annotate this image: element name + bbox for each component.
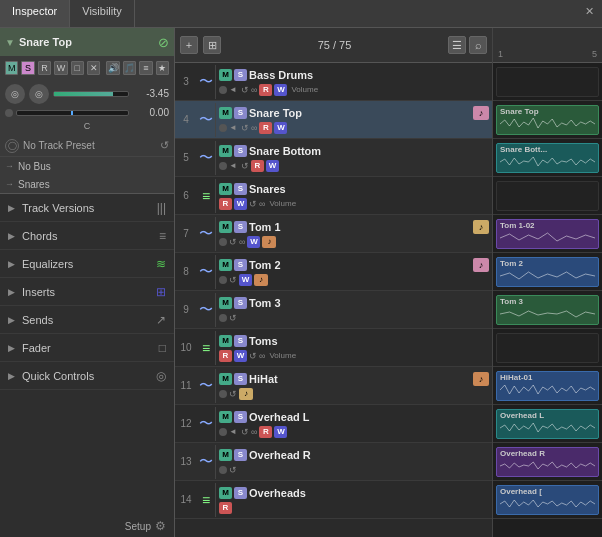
arrange-block[interactable]: Tom 3: [496, 295, 599, 325]
mute-button[interactable]: M: [219, 107, 232, 119]
arrange-block[interactable]: Snare Bott...: [496, 143, 599, 173]
tab-inspector[interactable]: Inspector: [0, 0, 70, 27]
link-icon[interactable]: ∞: [259, 351, 265, 361]
table-row[interactable]: 3 〜 M S Bass Drums ◄ ↺ ∞ R: [175, 63, 492, 101]
solo-button[interactable]: S: [234, 259, 247, 271]
headphone-icon[interactable]: 🎵: [123, 61, 136, 75]
table-row[interactable]: 8 〜 M S Tom 2 ♪ ↺ W ♪: [175, 253, 492, 291]
read-button[interactable]: R: [251, 160, 264, 172]
play-icon[interactable]: ◄: [229, 123, 239, 133]
solo-button[interactable]: S: [234, 221, 247, 233]
table-row[interactable]: 9 〜 M S Tom 3 ↺: [175, 291, 492, 329]
mute-button[interactable]: M: [219, 183, 232, 195]
section-inserts[interactable]: ▶ Inserts ⊞: [0, 278, 174, 306]
read-button[interactable]: R: [259, 84, 272, 96]
close-icon[interactable]: ✕: [577, 0, 602, 27]
mute-button[interactable]: M: [219, 69, 232, 81]
link-icon[interactable]: ∞: [251, 85, 257, 95]
mute-button[interactable]: M: [219, 259, 232, 271]
write-button[interactable]: W: [274, 122, 287, 134]
tab-visibility[interactable]: Visibility: [70, 0, 135, 27]
mute-button[interactable]: M: [5, 61, 18, 75]
link-icon[interactable]: ∞: [251, 427, 257, 437]
gear-icon[interactable]: ⚙: [155, 519, 166, 533]
write-button[interactable]: W: [274, 426, 287, 438]
arrange-block[interactable]: Overhead [: [496, 485, 599, 515]
loop-icon[interactable]: ↺: [229, 389, 237, 399]
write-button[interactable]: W: [54, 61, 67, 75]
table-row[interactable]: 13 〜 M S Overhead R ↺: [175, 443, 492, 481]
track-collapse-arrow[interactable]: ▼: [5, 37, 15, 48]
loop-icon[interactable]: ↺: [249, 199, 257, 209]
write-button[interactable]: W: [239, 274, 252, 286]
mute-button[interactable]: M: [219, 145, 232, 157]
pan-left-icon[interactable]: [5, 109, 13, 117]
mute-button[interactable]: M: [219, 297, 232, 309]
link-icon[interactable]: ∞: [239, 237, 245, 247]
loop-icon[interactable]: ↺: [229, 465, 237, 475]
write-button[interactable]: W: [266, 160, 279, 172]
pan-knob[interactable]: ◎: [5, 84, 25, 104]
loop-icon[interactable]: ↺: [241, 123, 249, 133]
read-button[interactable]: R: [38, 61, 51, 75]
record-button[interactable]: ✕: [87, 61, 100, 75]
arrange-block[interactable]: HiHat-01: [496, 371, 599, 401]
track-bypass-icon[interactable]: ⊘: [158, 35, 169, 50]
solo-button[interactable]: S: [21, 61, 34, 75]
volume-knob[interactable]: ◎: [29, 84, 49, 104]
mute-button[interactable]: M: [219, 221, 232, 233]
section-fader[interactable]: ▶ Fader □: [0, 334, 174, 362]
table-row[interactable]: 5 〜 M S Snare Bottom ◄ ↺ R: [175, 139, 492, 177]
mute-button[interactable]: M: [219, 411, 232, 423]
loop-icon[interactable]: ↺: [229, 237, 237, 247]
refresh-icon[interactable]: ↺: [160, 139, 169, 152]
solo-button[interactable]: S: [234, 411, 247, 423]
loop-icon[interactable]: ↺: [229, 313, 237, 323]
read-button[interactable]: R: [219, 502, 232, 514]
arrange-block[interactable]: Tom 2: [496, 257, 599, 287]
read-button[interactable]: R: [259, 122, 272, 134]
solo-button[interactable]: S: [234, 373, 247, 385]
mute-button[interactable]: M: [219, 449, 232, 461]
mute-button[interactable]: M: [219, 373, 232, 385]
read-button[interactable]: R: [259, 426, 272, 438]
arrange-block[interactable]: Tom 1-02: [496, 219, 599, 249]
play-icon[interactable]: ◄: [229, 161, 239, 171]
link-icon[interactable]: ∞: [259, 199, 265, 209]
solo-button[interactable]: S: [234, 335, 247, 347]
write-button[interactable]: W: [234, 350, 247, 362]
arrange-block[interactable]: Snare Top: [496, 105, 599, 135]
solo-button[interactable]: S: [234, 69, 247, 81]
table-row[interactable]: 4 〜 M S Snare Top ♪ ◄ ↺ ∞: [175, 101, 492, 139]
section-chords[interactable]: ▶ Chords ≡: [0, 222, 174, 250]
loop-icon[interactable]: ↺: [229, 275, 237, 285]
solo-button[interactable]: S: [234, 449, 247, 461]
section-track-versions[interactable]: ▶ Track Versions |||: [0, 194, 174, 222]
loop-icon[interactable]: ↺: [241, 161, 249, 171]
play-icon[interactable]: ◄: [229, 85, 239, 95]
add-track-button[interactable]: +: [180, 36, 198, 54]
link-icon[interactable]: ∞: [251, 123, 257, 133]
section-quick-controls[interactable]: ▶ Quick Controls ◎: [0, 362, 174, 390]
list-view-button[interactable]: ☰: [448, 36, 466, 54]
monitor-button[interactable]: □: [71, 61, 84, 75]
table-row[interactable]: 11 〜 M S HiHat ♪ ↺ ♪: [175, 367, 492, 405]
table-row[interactable]: 10 ≡ M S Toms R W ↺ ∞ Volume: [175, 329, 492, 367]
speaker-icon[interactable]: 🔊: [106, 61, 119, 75]
section-sends[interactable]: ▶ Sends ↗: [0, 306, 174, 334]
loop-icon[interactable]: ↺: [249, 351, 257, 361]
arrange-block[interactable]: Overhead R: [496, 447, 599, 477]
mute-button[interactable]: M: [219, 335, 232, 347]
loop-icon[interactable]: ↺: [241, 427, 249, 437]
table-row[interactable]: 7 〜 M S Tom 1 ♪ ↺ ∞ W: [175, 215, 492, 253]
loop-icon[interactable]: ↺: [241, 85, 249, 95]
read-button[interactable]: R: [219, 350, 232, 362]
pan-fader[interactable]: [16, 110, 129, 116]
arrange-block[interactable]: Overhead L: [496, 409, 599, 439]
solo-button[interactable]: S: [234, 145, 247, 157]
fx-icon[interactable]: ★: [156, 61, 169, 75]
search-tracks-button[interactable]: ⌕: [469, 36, 487, 54]
table-row[interactable]: 14 ≡ M S Overheads R: [175, 481, 492, 519]
write-button[interactable]: W: [274, 84, 287, 96]
folder-track-button[interactable]: ⊞: [203, 36, 221, 54]
